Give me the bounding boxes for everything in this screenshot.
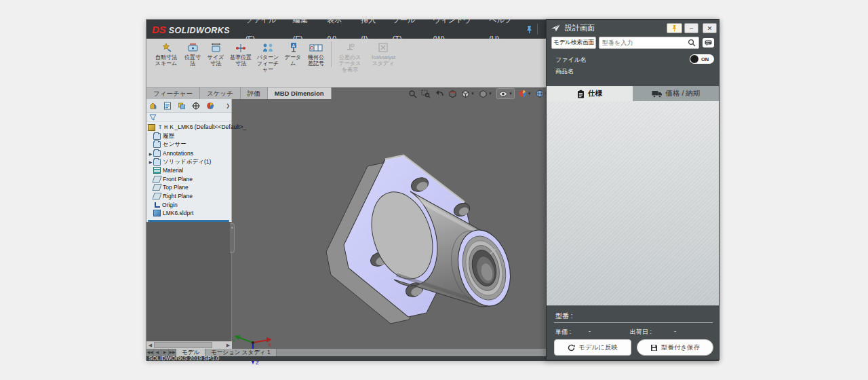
close-button[interactable]: ✕ [703,23,717,33]
svg-text:A: A [292,43,295,48]
auto-dimension-scheme-icon [160,41,172,54]
tree-item-sensors[interactable]: センサー [148,140,231,149]
save-disk-icon [650,344,658,352]
tab-price-delivery[interactable]: 価格 / 納期 [633,86,719,101]
datum-icon: A [288,41,298,54]
tab-mbd-dimension[interactable]: MBD Dimension [268,88,332,99]
dropdown-arrow[interactable]: ▼ [488,92,492,96]
tree-item-front-plane[interactable]: Front Plane [148,175,231,184]
filter-funnel-icon[interactable] [149,114,157,121]
auto-dimension-scheme-button[interactable]: 自動寸法スキーム [151,40,182,68]
featuremanager-panel: ❯ ＴＨＫ_LMK6 (Default<<Default>_ 履歴 センサー ▶… [146,99,232,222]
clipboard-icon [577,90,585,98]
toolbar-separator [331,41,332,67]
solid-bodies-folder-icon [153,159,161,166]
tab-sketch[interactable]: スケッチ [200,88,241,99]
scroll-right-arrow[interactable]: ▶ [224,343,232,348]
geometric-tolerance-button[interactable]: 幾何公差記号 [304,40,328,68]
solidworks-logo: DS SOLIDWORKS [146,24,239,35]
panel-footer: 型番 : 単価 : - 出荷日 : - モデルに反映 型番付き保存 [547,305,719,361]
tab-specification[interactable]: 仕様 [547,86,633,101]
tree-item-top-plane[interactable]: Top Plane [148,183,231,192]
tree-item-material[interactable]: Material [148,166,231,175]
pattern-feature-button[interactable]: パターンフィーチャー [254,40,282,75]
ds-logo-mark: DS [152,24,166,35]
heads-up-toolbar: ▼ ▼ ▼ ▼ ▼ ▼ [408,88,566,99]
design-screen-panel: 設計画面 – ✕ モデル検索画面 ファイル名 ON 商品名 仕様 価格 / 納期… [546,19,719,360]
panel-tabs: 仕様 価格 / 納期 [547,86,719,101]
status-version-text: SOLIDWORKS 2019 SP3.0 [149,355,219,362]
expand-arrow-icon[interactable]: ▶ [148,151,153,156]
model-number-search-box [599,37,699,49]
minimize-button[interactable]: – [684,23,698,33]
dropdown-arrow[interactable]: ▼ [509,92,513,96]
location-dimension-icon [187,41,199,54]
dropdown-arrow[interactable]: ▼ [471,92,475,96]
dimxpertmanager-tab[interactable] [192,102,200,110]
pin-button[interactable] [667,23,682,33]
tree-item-imported-part[interactable]: LMK6.sldprt [148,209,231,218]
section-view-icon[interactable] [448,90,457,98]
panel-tab-overflow-arrow[interactable]: ❯ [226,103,230,109]
hide-show-items-button[interactable]: ▼ [496,88,515,99]
search-icon[interactable] [688,39,696,47]
previous-view-icon[interactable] [435,90,444,98]
menu-pin-icon[interactable] [524,24,534,35]
triad-x-label: X [268,342,272,348]
file-name-toggle[interactable]: ON [690,54,714,64]
tree-item-origin[interactable]: Origin [148,200,231,209]
location-dimension-button[interactable]: 位置寸法 [182,40,203,68]
plane-icon [152,193,161,200]
scrollbar-thumb[interactable] [154,342,212,348]
tab-features[interactable]: フィーチャー [146,88,200,99]
panel-logo-icon [551,24,561,32]
tree-horizontal-scrollbar[interactable]: ◀ ▶ [146,341,232,349]
comment-button[interactable] [703,38,714,48]
model-thk-lmk6[interactable] [309,132,533,335]
dropdown-arrow[interactable]: ▼ [528,92,532,96]
panel-splitter-handle[interactable] [230,223,235,253]
ship-date-value: - [674,328,676,335]
configurationmanager-tab[interactable] [178,102,186,110]
size-dimension-button[interactable]: サイズ寸法 [203,40,228,68]
tree-root-part[interactable]: ＴＨＫ_LMK6 (Default<<Default>_ [148,124,231,132]
tree-item-solid-bodies[interactable]: ▶ ソリッドボディ(1) [148,157,231,166]
display-style-icon[interactable]: ▼ [479,90,492,98]
zoom-fit-icon[interactable] [408,90,417,98]
featuremanager-tab-bar: ❯ [146,99,231,113]
edit-appearance-icon[interactable]: ▼ [519,90,532,98]
tree-item-annotations[interactable]: ▶ Annotations [148,149,231,158]
toggle-state-label: ON [701,56,709,62]
product-name-label: 商品名 [555,67,574,76]
specification-content-area [547,101,719,305]
datum-button[interactable]: A データム [282,40,304,68]
expand-arrow-icon[interactable]: ▶ [148,159,153,164]
plane-icon [152,184,161,191]
tree-item-history[interactable]: 履歴 [148,132,231,141]
tolerance-status-button-disabled: 公差のステータスを表示 [334,40,366,75]
tree-filter-row [146,113,231,122]
model-number-input[interactable] [599,39,688,46]
zoom-area-icon[interactable] [421,90,431,98]
panel-title: 設計画面 [565,23,595,33]
view-orientation-icon[interactable]: ▼ [461,90,475,98]
propertymanager-tab[interactable] [163,102,172,110]
history-folder-icon [153,133,161,140]
tab-evaluate[interactable]: 評価 [241,88,268,99]
model-number-underline [554,322,713,323]
speech-bubble-icon [705,40,712,46]
apply-to-model-button[interactable]: モデルに反映 [554,339,631,356]
datum-location-dimension-button[interactable]: 基準位置寸法 [228,40,254,68]
tolanalyst-study-icon [378,41,389,54]
model-search-screen-button[interactable]: モデル検索画面 [551,37,596,49]
ship-date-label: 出荷日 : [630,328,652,337]
featuremanager-tree-tab[interactable] [149,102,157,110]
commandmanager-tabs: フィーチャー スケッチ 評価 MBD Dimension [146,88,332,99]
imported-part-icon [153,210,161,216]
origin-icon [155,202,160,208]
displaymanager-tab[interactable] [206,102,214,110]
scroll-left-arrow[interactable]: ◀ [146,343,154,348]
save-with-model-number-button[interactable]: 型番付き保存 [637,339,713,356]
mbd-dimension-toolbar: 自動寸法スキーム 位置寸法 サイズ寸法 基準位置寸法 [151,40,401,69]
tree-item-right-plane[interactable]: Right Plane [148,192,231,201]
